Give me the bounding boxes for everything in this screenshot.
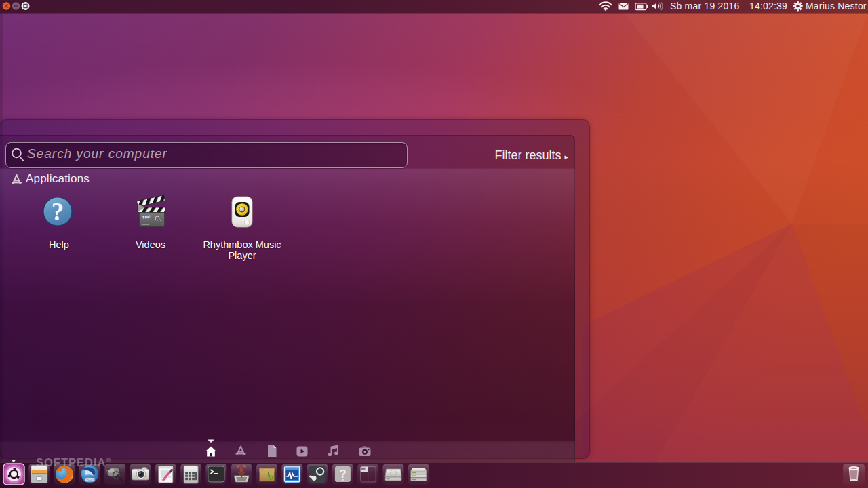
svg-text:?: ? (339, 468, 346, 481)
svg-text:THE: THE (142, 215, 151, 220)
svg-text:?: ? (52, 198, 64, 226)
